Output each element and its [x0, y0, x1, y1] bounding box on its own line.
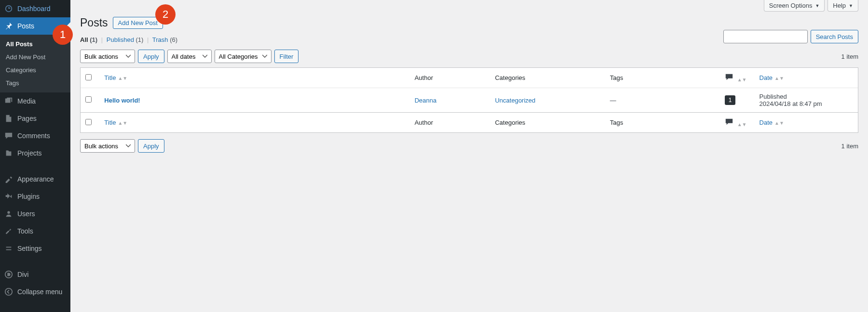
divi-icon	[4, 270, 14, 279]
col-tags: Tags	[605, 68, 720, 88]
submenu-add-new[interactable]: Add New Post	[0, 51, 70, 64]
menu-label: Collapse menu	[17, 288, 62, 296]
menu-label: Comments	[17, 132, 50, 140]
tablenav-top: Bulk actions Apply All dates All Categor…	[80, 49, 858, 64]
date-value: 2024/04/18 at 8:47 pm	[760, 100, 853, 107]
dashboard-icon	[4, 4, 14, 13]
bulk-actions-select-bottom[interactable]: Bulk actions	[80, 139, 135, 153]
row-checkbox[interactable]	[85, 96, 92, 103]
bulk-apply-button-bottom[interactable]: Apply	[138, 139, 164, 153]
menu-users[interactable]: Users	[0, 205, 70, 222]
menu-dashboard[interactable]: Dashboard	[0, 0, 70, 17]
filter-all[interactable]: All (1)	[80, 36, 99, 43]
menu-label: Divi	[17, 271, 28, 278]
appearance-icon	[4, 174, 14, 184]
menu-label: Media	[17, 97, 36, 105]
bulk-apply-button[interactable]: Apply	[138, 50, 164, 63]
sort-icon: ▲▼	[118, 76, 127, 81]
sort-icon: ▲▼	[737, 122, 747, 127]
filter-published[interactable]: Published (1)	[107, 36, 145, 43]
settings-icon	[4, 244, 14, 253]
help-label: Help	[833, 2, 846, 9]
screen-options-label: Screen Options	[769, 2, 813, 9]
select-all-checkbox-bottom[interactable]	[85, 119, 92, 125]
col-categories-footer: Categories	[490, 112, 605, 132]
media-icon	[4, 96, 14, 106]
item-count-top: 1 item	[841, 53, 858, 60]
collapse-icon	[4, 287, 14, 297]
menu-tools[interactable]: Tools	[0, 222, 70, 240]
add-new-post-button[interactable]: Add New Post	[113, 17, 163, 29]
users-icon	[4, 209, 14, 219]
sort-icon: ▲▼	[774, 120, 784, 126]
col-author: Author	[410, 68, 490, 88]
menu-plugins[interactable]: Plugins	[0, 188, 70, 205]
screen-options-button[interactable]: Screen Options ▼	[764, 0, 825, 12]
bulk-actions-select[interactable]: Bulk actions	[80, 50, 135, 63]
page-icon	[4, 114, 14, 123]
menu-appearance[interactable]: Appearance	[0, 170, 70, 188]
menu-collapse[interactable]: Collapse menu	[0, 283, 70, 300]
submenu-tags[interactable]: Tags	[0, 77, 70, 90]
admin-sidebar: Dashboard Posts All Posts Add New Post C…	[0, 0, 70, 312]
menu-settings[interactable]: Settings	[0, 240, 70, 257]
plugins-icon	[4, 192, 14, 201]
date-status: Published	[760, 93, 853, 100]
item-count-bottom: 1 item	[841, 143, 858, 150]
comments-icon	[4, 131, 14, 141]
callout-marker-2: 2	[155, 4, 176, 25]
col-categories: Categories	[490, 68, 605, 88]
chevron-down-icon: ▼	[815, 3, 819, 8]
category-filter-select[interactable]: All Categories	[215, 50, 271, 63]
comments-icon	[725, 117, 733, 126]
posts-table: Title▲▼ Author Categories Tags ▲▼ Date▲▼…	[80, 67, 858, 133]
post-title-link[interactable]: Hello world!	[104, 97, 140, 104]
tools-icon	[4, 226, 14, 236]
comments-icon	[725, 73, 733, 81]
menu-projects[interactable]: Projects	[0, 144, 70, 162]
svg-point-1	[5, 288, 12, 295]
menu-label: Projects	[17, 149, 42, 157]
menu-label: Posts	[17, 22, 34, 30]
menu-label: Plugins	[17, 193, 40, 200]
menu-label: Dashboard	[17, 5, 51, 13]
callout-marker-1: 1	[53, 25, 73, 45]
col-date[interactable]: Date▲▼	[755, 68, 858, 88]
author-link[interactable]: Deanna	[415, 97, 437, 104]
table-row: Hello world! Deanna Uncategorized — 1 Pu…	[81, 88, 858, 112]
tags-cell: —	[605, 88, 720, 112]
col-title-footer[interactable]: Title▲▼	[99, 112, 409, 132]
menu-media[interactable]: Media	[0, 92, 70, 110]
sort-icon: ▲▼	[774, 76, 784, 81]
projects-icon	[4, 148, 14, 158]
select-all-checkbox-top[interactable]	[85, 74, 92, 80]
search-button[interactable]: Search Posts	[811, 30, 858, 43]
menu-pages[interactable]: Pages	[0, 110, 70, 127]
page-title: Posts	[80, 16, 108, 29]
menu-label: Pages	[17, 115, 37, 122]
filter-button[interactable]: Filter	[274, 50, 299, 63]
tablenav-bottom: Bulk actions Apply 1 item	[80, 139, 858, 153]
chevron-down-icon: ▼	[849, 3, 853, 8]
col-date-footer[interactable]: Date▲▼	[755, 112, 858, 132]
submenu-categories[interactable]: Categories	[0, 64, 70, 77]
filter-trash[interactable]: Trash (6)	[152, 36, 177, 43]
col-tags-footer: Tags	[605, 112, 720, 132]
col-title[interactable]: Title▲▼	[99, 68, 409, 88]
sort-icon: ▲▼	[737, 77, 747, 82]
col-comments[interactable]: ▲▼	[720, 68, 754, 88]
col-comments-footer[interactable]: ▲▼	[720, 112, 754, 132]
comment-count-badge[interactable]: 1	[725, 95, 735, 105]
menu-divi[interactable]: Divi	[0, 266, 70, 283]
pin-icon	[4, 21, 14, 31]
menu-label: Tools	[17, 227, 33, 235]
col-author-footer: Author	[410, 112, 490, 132]
search-input[interactable]	[723, 30, 808, 43]
menu-label: Settings	[17, 245, 42, 252]
category-link[interactable]: Uncategorized	[495, 97, 535, 104]
date-filter-select[interactable]: All dates	[167, 50, 212, 63]
help-button[interactable]: Help ▼	[827, 0, 858, 12]
menu-label: Users	[17, 210, 35, 218]
menu-comments[interactable]: Comments	[0, 127, 70, 144]
main-content: Screen Options ▼ Help ▼ Posts Add New Po…	[70, 0, 868, 312]
